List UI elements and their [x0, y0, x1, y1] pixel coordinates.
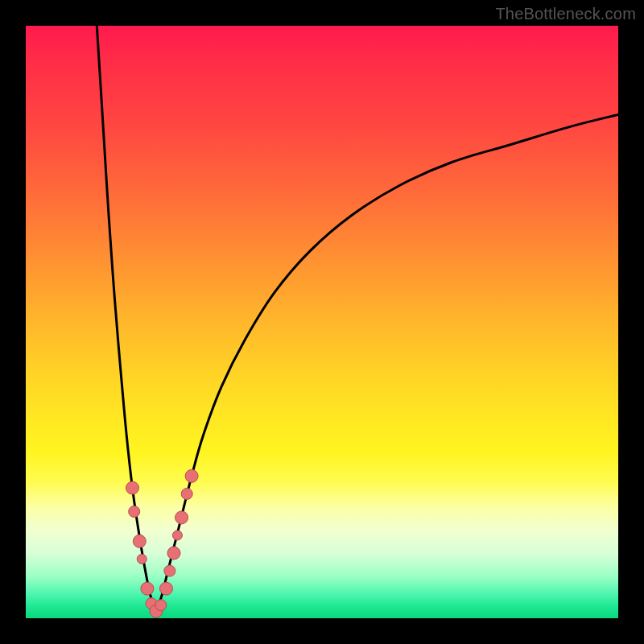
- data-marker: [126, 481, 138, 494]
- curve-right-branch: [156, 114, 618, 612]
- data-marker: [129, 506, 140, 518]
- data-marker: [164, 565, 175, 576]
- data-marker: [159, 582, 172, 595]
- watermark-text: TheBottleneck.com: [495, 5, 636, 23]
- curve-left-branch: [97, 26, 156, 613]
- data-marker: [181, 488, 192, 499]
- chart-frame: TheBottleneck.com: [0, 0, 644, 644]
- curve-layer: [26, 26, 618, 618]
- data-marker: [133, 535, 146, 547]
- data-marker: [141, 582, 154, 595]
- data-marker: [175, 511, 188, 524]
- data-marker: [137, 554, 147, 564]
- data-marker: [172, 530, 182, 540]
- plot-area: [26, 26, 618, 618]
- data-marker: [185, 469, 198, 482]
- data-marker: [167, 547, 180, 559]
- data-marker: [155, 600, 167, 611]
